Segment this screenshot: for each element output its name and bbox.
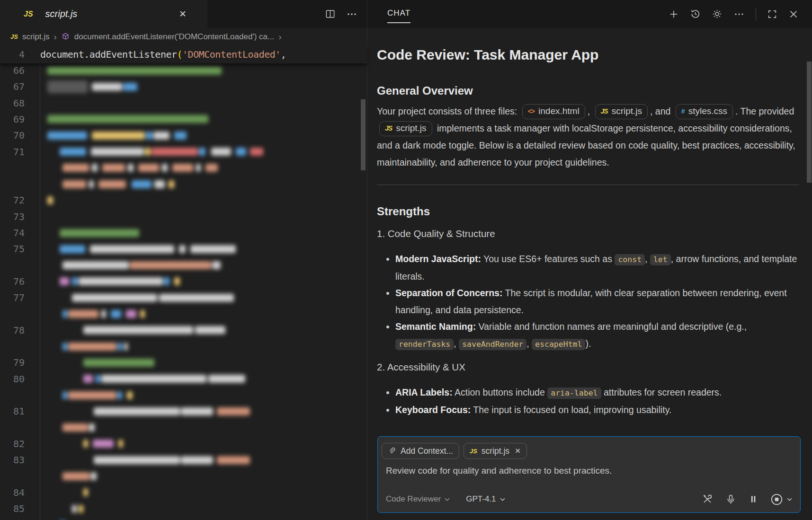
file-chip-index.html[interactable]: <>index.html: [522, 104, 585, 119]
md-heading: Code Review: Task Manager App: [377, 45, 799, 64]
code-line: 66: [0, 63, 367, 79]
file-chip-styles.css[interactable]: #styles.css: [676, 104, 733, 119]
add-context-label: Add Context...: [401, 446, 453, 456]
code-line: 68: [0, 95, 367, 111]
code-line: 70: [0, 127, 367, 143]
close-panel-icon[interactable]: [788, 9, 799, 19]
chat-toolbar: [669, 0, 799, 28]
file-chip-label: index.html: [538, 105, 580, 118]
chat-panel-header: CHAT: [367, 0, 812, 28]
chevron-right-icon: ›: [278, 33, 281, 41]
code-line: 85: [0, 501, 367, 517]
code-line: 83: [0, 452, 367, 468]
tab-chat[interactable]: CHAT: [387, 9, 410, 23]
paperclip-icon: [388, 446, 396, 456]
tab-title: script.js: [45, 9, 78, 19]
editor-scrollbar[interactable]: [361, 99, 366, 170]
code-line: [0, 306, 367, 322]
code-line: 82: [0, 436, 367, 452]
md-list-item: ARIA Labels: Action buttons include aria…: [395, 384, 799, 402]
split-editor-icon[interactable]: [325, 9, 336, 19]
md-list-item: Separation of Concerns: The script is mo…: [395, 285, 799, 318]
js-file-icon: JS: [10, 33, 18, 40]
code-line: [0, 176, 367, 192]
new-chat-icon[interactable]: [669, 9, 679, 19]
attached-file-chip[interactable]: JS script.js ✕: [464, 443, 527, 459]
vscode-window: { "colors": { "accent": "#0078d4", "pane…: [0, 0, 812, 520]
sticky-scroll-line[interactable]: 4 document.addEventListener('DOMContentL…: [0, 45, 367, 63]
chevron-down-icon: [786, 496, 793, 502]
tools-icon[interactable]: [702, 494, 713, 505]
chat-input-text[interactable]: Review code for quality and adherence to…: [386, 466, 612, 476]
breadcrumb-separator-icon: ›: [54, 33, 57, 41]
code-line: [0, 257, 367, 273]
tab-script-js[interactable]: JS script.js ✕: [0, 0, 207, 28]
md-divider: [377, 185, 799, 185]
more-icon[interactable]: [733, 9, 745, 20]
mode-label: Code Reviewer: [386, 494, 441, 504]
file-chip-script.js[interactable]: JSscript.js: [595, 104, 648, 119]
code-line: [0, 160, 367, 176]
md-heading: General Overview: [377, 83, 799, 98]
remove-attachment-icon[interactable]: ✕: [515, 447, 521, 455]
more-actions-icon[interactable]: [346, 9, 357, 20]
bold-text: Keyboard Focus:: [395, 405, 471, 415]
file-chip-script.js[interactable]: JSscript.js: [379, 121, 432, 136]
maximize-panel-icon[interactable]: [767, 9, 777, 19]
code-line: 74: [0, 225, 367, 241]
mic-icon[interactable]: [725, 494, 736, 505]
md-paragraph: Your project consists of three files: <>…: [377, 103, 799, 171]
bold-text: Separation of Concerns:: [395, 288, 502, 298]
breadcrumb-file[interactable]: script.js: [22, 32, 50, 42]
js-file-icon: JS: [24, 10, 33, 18]
code-line: 78: [0, 322, 367, 338]
chevron-down-icon: [444, 496, 450, 502]
code-line: [0, 387, 367, 403]
breadcrumb-symbol[interactable]: document.addEventListener('DOMContentLoa…: [74, 32, 274, 42]
mode-picker[interactable]: Code Reviewer: [386, 494, 450, 504]
md-heading: 1. Code Quality & Structure: [377, 227, 799, 240]
model-picker[interactable]: GPT-4.1: [466, 494, 505, 504]
gear-icon[interactable]: [712, 9, 723, 19]
chevron-down-icon: [500, 496, 506, 502]
js-file-icon: JS: [470, 448, 477, 455]
bold-text: ARIA Labels:: [395, 387, 453, 397]
symbol-cube-icon: [61, 32, 70, 41]
bold-text: Modern JavaScript:: [395, 254, 481, 264]
code-line: 79: [0, 354, 367, 370]
input-bottom-bar: Code Reviewer GPT-4.1: [386, 492, 793, 506]
md-list-item: Modern JavaScript: You use ES6+ features…: [395, 251, 799, 285]
code-editor[interactable]: 6667686970717273747576777879808182838485…: [0, 63, 367, 520]
attached-file-label: script.js: [482, 446, 509, 456]
css-file-icon: #: [681, 105, 685, 118]
context-row: Add Context... JS script.js ✕: [382, 443, 527, 459]
inline-code: const: [615, 254, 645, 265]
stop-button[interactable]: [770, 493, 793, 506]
code-line: 76: [0, 273, 367, 290]
code-line: [0, 468, 367, 485]
code-line: 75: [0, 241, 367, 257]
code-line: 67: [0, 79, 367, 95]
md-list: Modern JavaScript: You use ES6+ features…: [377, 251, 799, 353]
bold-text: Semantic Naming:: [395, 321, 476, 332]
chat-input-box[interactable]: Add Context... JS script.js ✕ Review cod…: [377, 436, 801, 513]
code-line: [0, 420, 367, 436]
inline-code: aria-label: [547, 388, 601, 399]
sticky-code: document.addEventListener('DOMContentLoa…: [40, 49, 286, 60]
code-line: 81: [0, 403, 367, 419]
add-context-button[interactable]: Add Context...: [382, 443, 459, 459]
history-icon[interactable]: [690, 9, 701, 19]
chat-scrollbar[interactable]: [807, 62, 812, 183]
md-list-item: Keyboard Focus: The input is focused on …: [395, 402, 799, 419]
js-file-icon: JS: [385, 122, 392, 135]
close-tab-icon[interactable]: ✕: [179, 9, 187, 19]
html-file-icon: <>: [528, 105, 535, 118]
code-line: 71: [0, 144, 367, 160]
md-heading: Strengths: [377, 204, 799, 219]
file-chip-label: styles.css: [688, 105, 727, 118]
code-line: 77: [0, 290, 367, 306]
js-file-icon: JS: [601, 105, 608, 118]
inline-code: escapeHtml: [532, 339, 585, 350]
breadcrumb: JS script.js › document.addEventListener…: [0, 28, 367, 45]
pause-icon[interactable]: [749, 494, 758, 504]
